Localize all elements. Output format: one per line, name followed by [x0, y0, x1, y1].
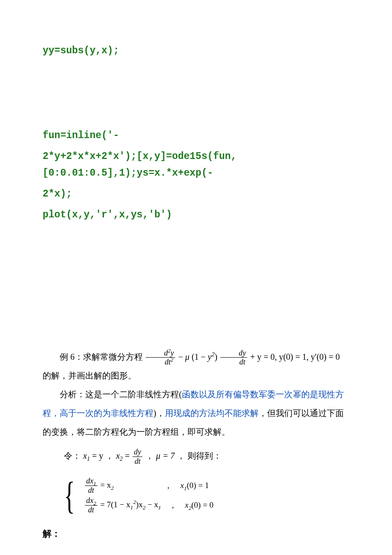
ode-formula: d2y dt2 − μ (1 − y2) dy dt + y = 0, y(0)…: [145, 352, 340, 361]
code-line: plot(x,y,'r',x,ys,'b'): [43, 207, 349, 223]
ode-system: { dx1 dt = x2 , x1(0) = 1: [0, 468, 392, 522]
blue-note: 用现成的方法均不能求解: [165, 408, 259, 418]
code-line: 2*y+2*x*x+2*x');[x,y]=ode15s(fun,[0:0.01…: [43, 148, 349, 182]
example-label: 例 6：求解常微分方程: [60, 352, 145, 361]
solution-header: 解：: [0, 522, 392, 540]
x1-eq-y: x1 = y: [83, 451, 105, 460]
left-brace-icon: {: [64, 476, 76, 515]
code-block-2: fun=inline('- 2*y+2*x*x+2*x');[x,y]=ode1…: [0, 127, 392, 223]
x2-eq-dy-dt: x2 = dy dt: [116, 451, 145, 460]
code-line: yy=subs(y,x);: [43, 43, 349, 59]
example-suffix: 的解，并画出解的图形。: [43, 371, 136, 380]
system-row-1: dx1 dt = x2 , x1(0) = 1: [84, 476, 223, 495]
example-text: 例 6：求解常微分方程 d2y dt2 − μ (1 − y2) dy dt +…: [0, 347, 392, 442]
fraction: dx2 dt: [85, 497, 97, 514]
code-line: fun=inline('-: [43, 127, 349, 144]
analysis-paragraph: 分析：这是一个二阶非线性方程(函数以及所有偏导数军委一次幂的是现性方程，高于一次…: [43, 385, 349, 441]
document-page: yy=subs(y,x); fun=inline('- 2*y+2*x*x+2*…: [0, 0, 392, 555]
fraction: dy dt: [220, 349, 247, 367]
example-6-line: 例 6：求解常微分方程 d2y dt2 − μ (1 − y2) dy dt +…: [43, 347, 349, 385]
fraction: dy dt: [133, 448, 142, 465]
code-line: 2*x);: [43, 186, 349, 202]
code-block-1: yy=subs(y,x);: [0, 43, 392, 59]
system-row-2: dx2 dt = 7(1 − x12)x2 − x1 , x2(0) = 0: [84, 495, 223, 515]
fraction: d2y dt2: [146, 349, 175, 367]
let-line: 令： x1 = y ， x2 = dy dt ， μ = 7 ， 则得到：: [0, 441, 392, 468]
mu-eq-7: μ = 7: [156, 451, 175, 460]
fraction: dx1 dt: [85, 477, 97, 494]
